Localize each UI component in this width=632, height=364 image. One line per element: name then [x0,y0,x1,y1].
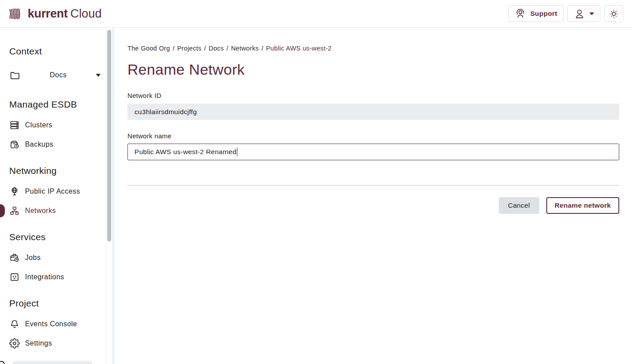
network-name-value: Public AWS us-west-2 Renamed [134,148,236,156]
network-name-input[interactable]: Public AWS us-west-2 Renamed [127,144,619,160]
user-icon [574,8,585,20]
breadcrumb-project-docs[interactable]: Docs [209,45,224,52]
caret-down-icon [589,12,594,15]
sidebar-item-public-ip-access[interactable]: Public IP Access [9,182,106,201]
sidebar-item-label: Settings [25,339,52,347]
sidebar-item-label: Public IP Access [25,187,80,195]
backups-icon [9,139,20,150]
sidebar-item-label: Backups [25,141,54,148]
outlet-icon [9,272,20,282]
sidebar-heading-managed-esdb: Managed ESDB [9,99,106,110]
sidebar-item-settings[interactable]: Settings [9,334,106,353]
support-label: Support [530,10,557,18]
bell-icon [9,319,20,329]
sidebar-heading-project: Project [9,298,106,309]
active-item-indicator [0,204,5,217]
sidebar-item-integrations[interactable]: Integrations [9,267,106,287]
cancel-button[interactable]: Cancel [499,197,539,214]
sidebar-item-backups[interactable]: Backups [9,135,106,154]
breadcrumb-networks[interactable]: Networks [231,45,259,52]
app-header: kurrentCloud Support [0,0,632,28]
sidebar-item-label: Networks [25,207,56,215]
network-tree-icon [9,205,20,216]
sun-icon [608,8,619,19]
caret-down-icon [96,74,101,77]
sidebar-item-events-console[interactable]: Events Console [9,314,106,334]
support-agent-icon [515,8,526,19]
text-cursor [237,148,238,156]
sidebar-item-label: Events Console [25,320,77,328]
partial-icon [0,361,5,364]
sidebar: Context Docs Managed ESDB Clusters [0,28,106,364]
folder-icon [9,69,21,81]
support-button[interactable]: Support [509,5,563,22]
breadcrumb-separator: / [262,45,263,52]
sidebar-scrollbar [106,28,112,364]
form-divider [127,185,619,186]
breadcrumb-separator: / [204,45,206,52]
globe-stand-icon [9,186,20,197]
context-selector-value: Docs [21,71,96,79]
sidebar-item-jobs[interactable]: Jobs [9,248,106,267]
sidebar-heading-networking: Networking [9,166,106,176]
user-menu-button[interactable] [567,5,600,22]
breadcrumb-projects[interactable]: Projects [177,45,201,52]
kurrent-logo-mark [9,7,24,21]
clusters-icon [9,120,20,130]
briefcase-clock-icon [9,252,20,263]
breadcrumb-org[interactable]: The Good Org [127,45,170,52]
rename-network-button[interactable]: Rename network [546,197,619,214]
brand-name: kurrent [28,7,68,20]
sidebar-bottom-partial-item [12,361,92,364]
sidebar-heading-services: Services [9,232,106,242]
main-content: The Good Org/Projects/Docs/Networks/Publ… [112,28,632,364]
network-id-label: Network ID [127,92,619,99]
sidebar-item-clusters[interactable]: Clusters [9,115,106,135]
network-name-label: Network name [127,132,619,140]
sidebar-item-networks[interactable]: Networks [9,201,106,220]
gear-icon [9,338,20,349]
sidebar-item-label: Integrations [25,273,64,281]
brand-suffix: Cloud [70,7,102,20]
kurrent-cloud-logo[interactable]: kurrentCloud [9,7,102,21]
network-id-field [127,104,619,120]
breadcrumb: The Good Org/Projects/Docs/Networks/Publ… [127,45,619,52]
context-selector-docs[interactable]: Docs [9,64,106,86]
breadcrumb-separator: / [226,45,228,52]
sidebar-item-label: Jobs [25,254,41,262]
breadcrumb-separator: / [173,45,174,52]
sidebar-heading-context: Context [9,46,106,57]
sidebar-item-label: Clusters [25,121,52,129]
sidebar-scrollbar-thumb[interactable] [107,30,111,241]
logo-text: kurrentCloud [28,7,102,21]
page-title: Rename Network [127,61,619,78]
form-actions: Cancel Rename network [127,197,619,214]
breadcrumb-current: Public AWS us-west-2 [266,45,331,52]
theme-toggle-button[interactable] [604,5,623,22]
